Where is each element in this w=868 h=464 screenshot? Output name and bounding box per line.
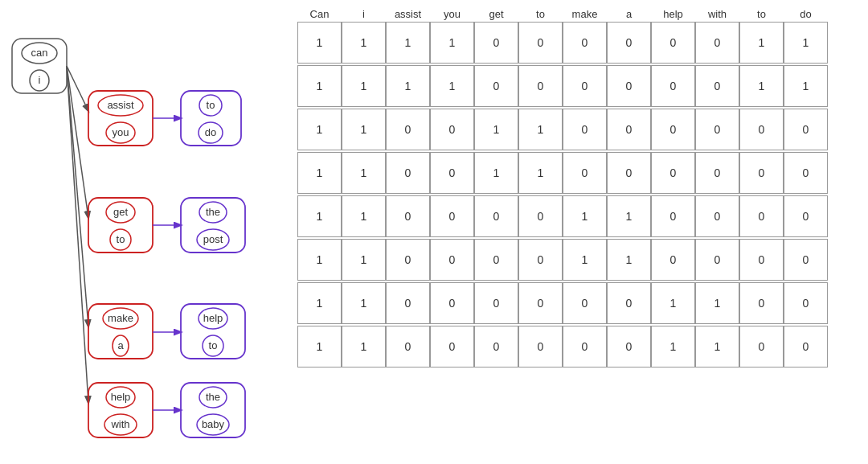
matrix-cell-g0-r1-c10: 1 xyxy=(739,65,784,107)
svg-text:help: help xyxy=(111,391,131,403)
matrix-cell-g2-r0-c10: 0 xyxy=(739,195,784,237)
matrix-cell-g2-r0-c8: 0 xyxy=(651,195,695,237)
matrix-cell-g0-r1-c4: 0 xyxy=(474,65,518,107)
matrix-cell-g0-r1-c9: 0 xyxy=(695,65,739,107)
matrix-cell-g2-r0-c7: 1 xyxy=(607,195,651,237)
matrix-cell-g3-r0-c10: 0 xyxy=(739,282,784,324)
matrix-cell-g2-r1-c4: 0 xyxy=(474,239,518,281)
main-container: can i assist you to do xyxy=(0,0,868,464)
matrix-cell-g0-r1-c0: 1 xyxy=(297,65,342,107)
matrix-cell-g0-r0-c3: 1 xyxy=(430,22,474,64)
matrix-cell-g2-r1-c9: 0 xyxy=(695,239,739,281)
matrix-cell-g1-r0-c1: 1 xyxy=(342,109,386,150)
matrix-row-g1-r0: 110011000000 xyxy=(297,109,860,150)
matrix-cell-g2-r0-c11: 0 xyxy=(784,195,828,237)
svg-text:you: you xyxy=(113,126,129,138)
matrix-col-header-1: i xyxy=(342,8,386,20)
matrix-cell-g1-r0-c0: 1 xyxy=(297,109,342,150)
matrix-cell-g1-r0-c6: 0 xyxy=(563,109,607,150)
matrix-cell-g3-r0-c4: 0 xyxy=(474,282,518,324)
matrix-cell-g1-r1-c6: 0 xyxy=(563,152,607,194)
svg-text:the: the xyxy=(206,206,220,218)
matrix-row-g0-r1: 111100000011 xyxy=(297,65,860,107)
matrix-cell-g3-r0-c9: 1 xyxy=(695,282,739,324)
svg-text:assist: assist xyxy=(107,99,134,111)
matrix-cell-g1-r0-c4: 1 xyxy=(474,109,518,150)
matrix-cell-g2-r0-c3: 0 xyxy=(430,195,474,237)
matrix-row-g1-r1: 110011000000 xyxy=(297,152,860,194)
matrix-container: 1111000000111111000000111100110000001100… xyxy=(297,22,860,369)
matrix-cell-g3-r1-c6: 0 xyxy=(563,326,607,368)
matrix-cell-g3-r1-c4: 0 xyxy=(474,326,518,368)
svg-text:with: with xyxy=(110,418,129,430)
matrix-cell-g3-r1-c8: 1 xyxy=(651,326,695,368)
matrix-cell-g1-r0-c8: 0 xyxy=(651,109,695,150)
matrix-cell-g1-r1-c10: 0 xyxy=(739,152,784,194)
matrix-cell-g1-r1-c3: 0 xyxy=(430,152,474,194)
matrix-col-header-0: Can xyxy=(297,8,342,20)
matrix-cell-g3-r0-c5: 0 xyxy=(518,282,563,324)
matrix-cell-g1-r0-c10: 0 xyxy=(739,109,784,150)
svg-text:i: i xyxy=(39,74,41,86)
svg-text:make: make xyxy=(108,312,133,324)
matrix-cell-g0-r0-c5: 0 xyxy=(518,22,563,64)
matrix-col-header-3: you xyxy=(430,8,474,20)
matrix-col-header-11: do xyxy=(784,8,828,20)
matrix-cell-g0-r1-c5: 0 xyxy=(518,65,563,107)
diagram-section: can i assist you to do xyxy=(8,8,289,456)
svg-text:help: help xyxy=(203,312,223,324)
svg-text:a: a xyxy=(117,339,124,351)
matrix-cell-g0-r1-c3: 1 xyxy=(430,65,474,107)
matrix-cell-g2-r1-c10: 0 xyxy=(739,239,784,281)
matrix-col-header-2: assist xyxy=(386,8,430,20)
diagram-svg: can i assist you to do xyxy=(8,31,289,464)
matrix-cell-g2-r1-c1: 1 xyxy=(342,239,386,281)
matrix-row-g3-r0: 110000001100 xyxy=(297,282,860,324)
matrix-cell-g0-r0-c9: 0 xyxy=(695,22,739,64)
matrix-col-header-5: to xyxy=(518,8,563,20)
matrix-col-header-7: a xyxy=(607,8,651,20)
matrix-cell-g1-r0-c3: 0 xyxy=(430,109,474,150)
matrix-cell-g1-r1-c0: 1 xyxy=(297,152,342,194)
matrix-cell-g3-r1-c7: 0 xyxy=(607,326,651,368)
matrix-cell-g1-r1-c9: 0 xyxy=(695,152,739,194)
matrix-cell-g3-r0-c11: 0 xyxy=(784,282,828,324)
matrix-cell-g2-r0-c5: 0 xyxy=(518,195,563,237)
matrix-row-g2-r0: 110000110000 xyxy=(297,195,860,237)
matrix-cell-g2-r0-c0: 1 xyxy=(297,195,342,237)
matrix-col-header-6: make xyxy=(563,8,607,20)
matrix-cell-g0-r1-c11: 1 xyxy=(784,65,828,107)
matrix-cell-g1-r1-c5: 1 xyxy=(518,152,563,194)
matrix-cell-g3-r1-c10: 0 xyxy=(739,326,784,368)
matrix-cell-g2-r0-c4: 0 xyxy=(474,195,518,237)
matrix-cell-g2-r1-c3: 0 xyxy=(430,239,474,281)
svg-text:to: to xyxy=(117,233,125,245)
svg-text:the: the xyxy=(206,391,220,403)
svg-text:do: do xyxy=(205,126,216,138)
svg-text:baby: baby xyxy=(202,418,225,430)
matrix-header-row: Caniassistyougettomakeahelpwithtodo xyxy=(297,8,860,20)
matrix-cell-g2-r1-c0: 1 xyxy=(297,239,342,281)
matrix-cell-g2-r1-c7: 1 xyxy=(607,239,651,281)
matrix-cell-g2-r0-c2: 0 xyxy=(386,195,430,237)
matrix-cell-g0-r1-c8: 0 xyxy=(651,65,695,107)
matrix-cell-g1-r0-c9: 0 xyxy=(695,109,739,150)
matrix-cell-g3-r1-c11: 0 xyxy=(784,326,828,368)
matrix-cell-g1-r1-c4: 1 xyxy=(474,152,518,194)
matrix-cell-g1-r1-c8: 0 xyxy=(651,152,695,194)
svg-text:post: post xyxy=(203,233,223,245)
svg-text:can: can xyxy=(31,47,48,59)
matrix-cell-g3-r0-c1: 1 xyxy=(342,282,386,324)
matrix-cell-g1-r1-c11: 0 xyxy=(784,152,828,194)
matrix-col-header-9: with xyxy=(695,8,739,20)
matrix-cell-g2-r0-c1: 1 xyxy=(342,195,386,237)
matrix-cell-g0-r1-c1: 1 xyxy=(342,65,386,107)
matrix-row-g2-r1: 110000110000 xyxy=(297,239,860,281)
matrix-cell-g0-r0-c6: 0 xyxy=(563,22,607,64)
matrix-cell-g3-r1-c1: 1 xyxy=(342,326,386,368)
matrix-cell-g3-r0-c8: 1 xyxy=(651,282,695,324)
matrix-cell-g3-r0-c0: 1 xyxy=(297,282,342,324)
svg-text:to: to xyxy=(209,339,218,351)
matrix-cell-g0-r0-c8: 0 xyxy=(651,22,695,64)
matrix-col-header-4: get xyxy=(474,8,518,20)
